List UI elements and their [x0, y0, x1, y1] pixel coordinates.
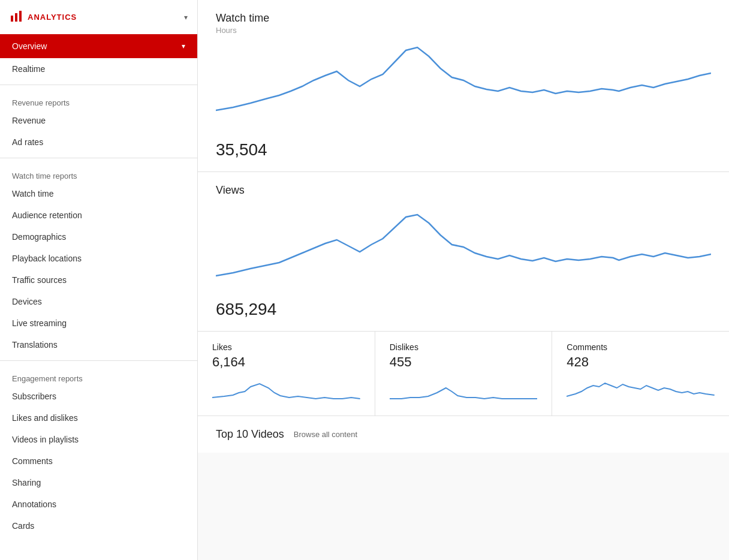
- sidebar-item-overview[interactable]: Overview ▾: [0, 34, 197, 58]
- sidebar-item-audience-retention[interactable]: Audience retention: [0, 204, 197, 226]
- main-content: Watch time Hours 35,504 Views 685,294 Li…: [198, 0, 729, 560]
- sidebar-item-comments[interactable]: Comments: [0, 450, 197, 472]
- likes-label: Likes: [212, 342, 360, 352]
- watch-time-subtitle: Hours: [216, 26, 711, 35]
- sidebar-item-likes-dislikes[interactable]: Likes and dislikes: [0, 407, 197, 429]
- sidebar-title: ANALYTICS: [28, 13, 77, 22]
- top10-section: Top 10 Videos Browse all content: [198, 416, 729, 453]
- mini-stats-row: Likes 6,164 Dislikes 455 Comments 428: [198, 332, 729, 416]
- views-value: 685,294: [216, 300, 711, 319]
- dislikes-value: 455: [390, 354, 538, 370]
- sidebar-item-watchtime[interactable]: Watch time: [0, 183, 197, 204]
- likes-chart: [212, 375, 360, 405]
- sidebar-item-realtime[interactable]: Realtime: [0, 58, 197, 80]
- dislikes-stat: Dislikes 455: [375, 332, 553, 416]
- sidebar-item-translations[interactable]: Translations: [0, 334, 197, 356]
- sidebar-section-revenue: Revenue reports: [0, 90, 197, 110]
- watch-time-title: Watch time: [216, 12, 711, 25]
- watch-time-section: Watch time Hours 35,504: [198, 0, 729, 172]
- sidebar-item-subscribers[interactable]: Subscribers: [0, 386, 197, 407]
- sidebar-item-playback-locations[interactable]: Playback locations: [0, 248, 197, 269]
- views-section: Views 685,294: [198, 172, 729, 332]
- sidebar-active-label: Overview: [12, 41, 47, 51]
- sidebar: ANALYTICS ▾ Overview ▾ Realtime Revenue …: [0, 0, 198, 560]
- sidebar-item-sharing[interactable]: Sharing: [0, 472, 197, 493]
- sidebar-item-videos-playlists[interactable]: Videos in playlists: [0, 429, 197, 450]
- sidebar-active-chevron: ▾: [182, 42, 185, 50]
- sidebar-divider-2: [0, 158, 197, 158]
- comments-chart: [567, 375, 715, 405]
- dislikes-chart: [390, 375, 538, 405]
- browse-all-link[interactable]: Browse all content: [294, 430, 357, 439]
- sidebar-item-traffic-sources[interactable]: Traffic sources: [0, 269, 197, 291]
- views-chart: [216, 198, 711, 294]
- top10-title: Top 10 Videos: [216, 428, 284, 441]
- sidebar-divider-1: [0, 85, 197, 85]
- svg-rect-1: [15, 13, 17, 22]
- sidebar-item-live-streaming[interactable]: Live streaming: [0, 312, 197, 334]
- comments-value: 428: [567, 354, 715, 370]
- dislikes-label: Dislikes: [390, 342, 538, 352]
- sidebar-item-adrates[interactable]: Ad rates: [0, 131, 197, 153]
- watch-time-chart: [216, 38, 711, 134]
- svg-rect-0: [11, 16, 13, 22]
- views-title: Views: [216, 184, 711, 197]
- watch-time-value: 35,504: [216, 140, 711, 159]
- svg-rect-2: [19, 11, 22, 22]
- likes-stat: Likes 6,164: [198, 332, 375, 416]
- comments-label: Comments: [567, 342, 715, 352]
- sidebar-section-engagement: Engagement reports: [0, 366, 197, 386]
- sidebar-item-annotations[interactable]: Annotations: [0, 493, 197, 515]
- likes-value: 6,164: [212, 354, 360, 370]
- analytics-icon: [10, 10, 23, 25]
- sidebar-section-watchtime: Watch time reports: [0, 163, 197, 183]
- sidebar-item-revenue[interactable]: Revenue: [0, 110, 197, 131]
- sidebar-item-cards[interactable]: Cards: [0, 515, 197, 537]
- comments-stat: Comments 428: [552, 332, 729, 416]
- sidebar-chevron-icon: ▾: [184, 13, 188, 22]
- sidebar-divider-3: [0, 360, 197, 361]
- analytics-header[interactable]: ANALYTICS ▾: [0, 0, 197, 34]
- sidebar-item-devices[interactable]: Devices: [0, 291, 197, 312]
- sidebar-item-demographics[interactable]: Demographics: [0, 226, 197, 248]
